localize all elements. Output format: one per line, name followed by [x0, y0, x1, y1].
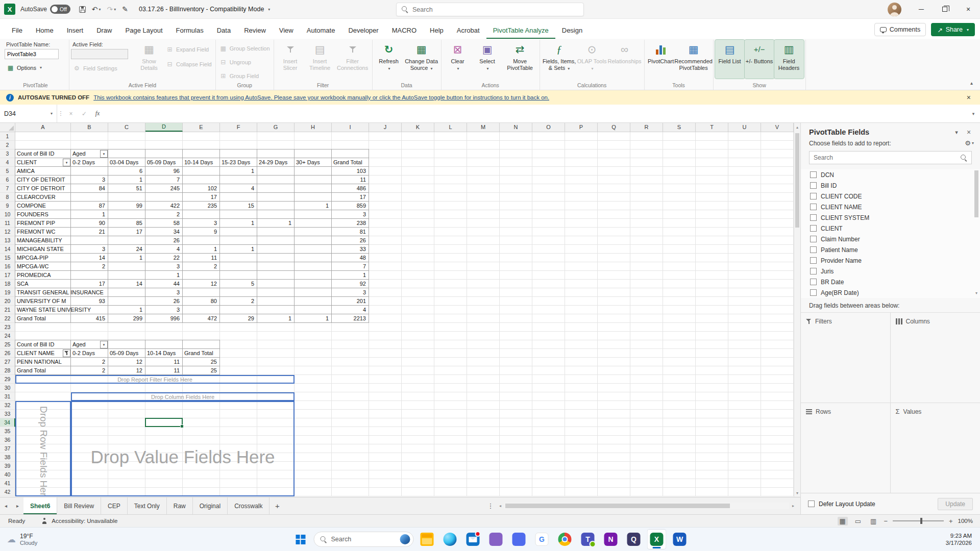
cell-A16[interactable]: MPCGA-WC — [15, 262, 71, 271]
column-header-J[interactable]: J — [369, 123, 402, 132]
cell-P41[interactable] — [565, 479, 598, 488]
cell-I2[interactable] — [332, 141, 369, 149]
cell-J15[interactable] — [369, 254, 402, 262]
cell-F24[interactable] — [220, 332, 257, 340]
cell-N22[interactable] — [500, 314, 532, 323]
cell-Q5[interactable] — [598, 167, 630, 176]
cell-V40[interactable] — [761, 470, 794, 479]
cell-O26[interactable] — [532, 349, 565, 358]
cell-K34[interactable] — [402, 418, 434, 427]
cell-S42[interactable] — [663, 488, 696, 496]
cell-N33[interactable] — [500, 410, 532, 418]
cell-I21[interactable]: 4 — [332, 306, 369, 314]
cell-K7[interactable] — [402, 184, 434, 193]
pen-button[interactable]: ✎ — [119, 3, 131, 16]
cell-G36[interactable] — [257, 436, 295, 444]
cell-S1[interactable] — [663, 132, 696, 141]
scroll-down-icon[interactable]: ▾ — [794, 489, 800, 497]
cell-H5[interactable] — [295, 167, 332, 176]
cell-O41[interactable] — [532, 479, 565, 488]
cell-J22[interactable] — [369, 314, 402, 323]
cell-P29[interactable] — [565, 375, 598, 384]
cell-H3[interactable] — [295, 149, 332, 158]
cell-L9[interactable] — [434, 202, 467, 210]
cell-G4[interactable]: 24-29 Days — [257, 158, 295, 167]
cell-O37[interactable] — [532, 444, 565, 453]
cell-J2[interactable] — [369, 141, 402, 149]
cell-L27[interactable] — [434, 358, 467, 366]
cell-P27[interactable] — [565, 358, 598, 366]
cell-V39[interactable] — [761, 462, 794, 470]
cell-H2[interactable] — [295, 141, 332, 149]
cell-L37[interactable] — [434, 444, 467, 453]
menu-tab-design[interactable]: Design — [555, 23, 589, 39]
cell-H17[interactable] — [295, 271, 332, 280]
cell-B32[interactable] — [71, 401, 108, 410]
cell-K9[interactable] — [402, 202, 434, 210]
cell-O7[interactable] — [532, 184, 565, 193]
cell-A41[interactable] — [15, 479, 71, 488]
cell-F4[interactable]: 15-23 Days — [220, 158, 257, 167]
cell-H28[interactable] — [295, 366, 332, 375]
cell-R21[interactable] — [630, 306, 663, 314]
cell-G15[interactable] — [257, 254, 295, 262]
cell-U3[interactable] — [728, 149, 761, 158]
cell-D40[interactable] — [145, 470, 183, 479]
field-item-patient-name[interactable]: Patient Name — [801, 244, 980, 255]
zoom-out-button[interactable]: − — [884, 517, 888, 525]
cell-U6[interactable] — [728, 176, 761, 184]
cell-O31[interactable] — [532, 392, 565, 401]
cell-D8[interactable] — [145, 193, 183, 202]
cell-U20[interactable] — [728, 297, 761, 306]
google-icon[interactable]: G — [532, 529, 552, 549]
field-checkbox[interactable] — [810, 236, 817, 242]
scroll-right-icon[interactable]: ▸ — [789, 504, 797, 508]
cell-P11[interactable] — [565, 219, 598, 228]
cell-V15[interactable] — [761, 254, 794, 262]
cell-E32[interactable] — [183, 401, 220, 410]
cell-M42[interactable] — [467, 488, 500, 496]
cell-T35[interactable] — [696, 427, 728, 436]
cell-A19[interactable]: TRANSIT GENERAL INSURANCE — [15, 288, 71, 297]
menu-tab-formulas[interactable]: Formulas — [169, 23, 210, 39]
cell-L22[interactable] — [434, 314, 467, 323]
cell-Q36[interactable] — [598, 436, 630, 444]
cell-Q22[interactable] — [598, 314, 630, 323]
cell-B33[interactable] — [71, 410, 108, 418]
cell-E28[interactable]: 25 — [183, 366, 220, 375]
cell-Q25[interactable] — [598, 340, 630, 349]
cell-O9[interactable] — [532, 202, 565, 210]
cell-K26[interactable] — [402, 349, 434, 358]
undo-button[interactable]: ↶▾ — [89, 3, 104, 16]
cell-P7[interactable] — [565, 184, 598, 193]
cell-N13[interactable] — [500, 236, 532, 245]
cell-G37[interactable] — [257, 444, 295, 453]
cell-D23[interactable] — [145, 323, 183, 332]
row-header-2[interactable]: 2 — [0, 141, 15, 149]
column-header-H[interactable]: H — [295, 123, 332, 132]
cell-U21[interactable] — [728, 306, 761, 314]
select-all-button[interactable] — [0, 123, 15, 132]
cell-A33[interactable] — [15, 410, 71, 418]
cell-P2[interactable] — [565, 141, 598, 149]
cell-N36[interactable] — [500, 436, 532, 444]
cell-F11[interactable]: 1 — [220, 219, 257, 228]
user-avatar[interactable] — [888, 3, 901, 16]
cell-F25[interactable] — [220, 340, 257, 349]
cell-V3[interactable] — [761, 149, 794, 158]
cell-C40[interactable] — [108, 470, 145, 479]
field-checkbox[interactable] — [810, 279, 817, 285]
field-list-scrollbar[interactable]: ▾ — [973, 169, 979, 298]
cell-J3[interactable] — [369, 149, 402, 158]
cell-K28[interactable] — [402, 366, 434, 375]
cell-O5[interactable] — [532, 167, 565, 176]
cell-M32[interactable] — [467, 401, 500, 410]
cell-B38[interactable] — [71, 453, 108, 462]
cell-O28[interactable] — [532, 366, 565, 375]
cell-C12[interactable]: 17 — [108, 228, 145, 236]
cell-O42[interactable] — [532, 488, 565, 496]
filter-dropdown-B25[interactable]: ▾ — [100, 341, 108, 348]
cell-J26[interactable] — [369, 349, 402, 358]
cell-N2[interactable] — [500, 141, 532, 149]
cell-R31[interactable] — [630, 392, 663, 401]
